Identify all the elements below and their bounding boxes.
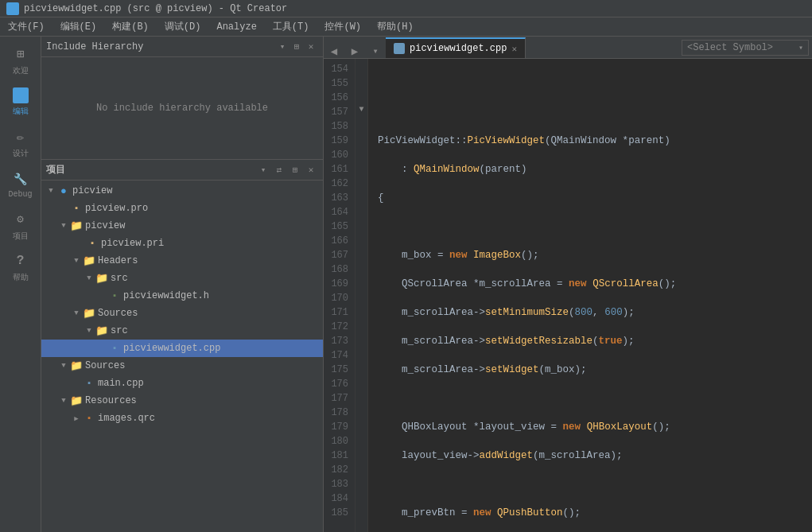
list-item[interactable]: ▼ 📁 Sources xyxy=(41,305,323,322)
menu-item-b[interactable]: 构建(B) xyxy=(104,17,157,36)
project-panel-title: 项目 xyxy=(46,163,256,177)
line-number: 182 xyxy=(324,463,348,477)
fold-marker xyxy=(355,488,367,503)
sidebar-item-label: 帮助 xyxy=(13,272,29,283)
line-number: 159 xyxy=(324,134,348,148)
project-add-btn[interactable]: ⊞ xyxy=(288,163,302,177)
list-item[interactable]: ▪ main.cpp xyxy=(41,375,323,392)
line-number: 183 xyxy=(324,477,348,491)
list-item[interactable]: ▼ 📁 src xyxy=(41,270,323,287)
code-line: m_scrollArea->setWidgetResizable(true); xyxy=(378,334,812,348)
tab-list-btn[interactable]: ▾ xyxy=(368,44,383,58)
code-editor[interactable]: PicViewWidget::PicViewWidget(QMainWindow… xyxy=(368,59,812,532)
sidebar-item-label: 编辑 xyxy=(13,106,29,117)
list-item[interactable]: ▼ 📁 Resources xyxy=(41,392,323,410)
sidebar-item-help[interactable]: ? 帮助 xyxy=(2,247,39,288)
list-item[interactable]: ▪ picview.pro xyxy=(41,200,323,217)
line-numbers: 154 155 156 157 158 159 160 161 162 163 … xyxy=(324,59,355,532)
folder-icon: 📁 xyxy=(95,272,108,285)
h-icon: ▪ xyxy=(108,289,121,302)
list-item[interactable]: ▪ picviewwidget.h xyxy=(41,287,323,305)
code-line: m_scrollArea->setMinimumSize(800, 600); xyxy=(378,305,812,320)
folder-icon: 📁 xyxy=(83,307,95,320)
project-close-btn[interactable]: ✕ xyxy=(304,163,318,177)
tree-expand-icon: ▶ xyxy=(70,414,83,423)
menu-item-f[interactable]: 文件(F) xyxy=(0,17,52,36)
welcome-icon: ⊞ xyxy=(12,45,29,63)
line-number: 162 xyxy=(324,177,348,191)
project-filter-btn[interactable]: ▾ xyxy=(256,163,270,177)
sidebar-item-label: 欢迎 xyxy=(13,65,29,76)
pro-icon: ▪ xyxy=(70,202,83,215)
code-line: : QMainWindow(parent) xyxy=(378,162,812,177)
sidebar-item-welcome[interactable]: ⊞ 欢迎 xyxy=(2,40,39,81)
sidebar-item-label: 项目 xyxy=(13,231,29,242)
line-number: 178 xyxy=(324,406,348,420)
folder-icon: 📁 xyxy=(70,394,83,407)
tab-back-btn[interactable]: ◀ xyxy=(327,44,341,58)
editor-area: ◀ ▶ ▾ picviewwidget.cpp ✕ <Select Symbol… xyxy=(324,37,812,532)
line-number: 170 xyxy=(324,291,348,305)
code-line: m_box = new ImageBox(); xyxy=(378,248,812,262)
tab-filename: picviewwidget.cpp xyxy=(410,43,507,54)
menu-item-e[interactable]: 编辑(E) xyxy=(52,17,105,36)
list-item[interactable]: ▼ 📁 Headers xyxy=(41,252,323,270)
fold-marker xyxy=(355,445,367,460)
list-item[interactable]: ▶ ▪ images.qrc xyxy=(41,410,323,427)
list-item[interactable]: ▼ 📁 picview xyxy=(41,217,323,235)
line-number: 174 xyxy=(324,348,348,363)
tree-item-label: picview.pro xyxy=(85,203,148,214)
symbol-select[interactable]: <Select Symbol> ▾ xyxy=(682,40,809,56)
tree-item-label: picviewwidget.h xyxy=(123,290,209,301)
line-number: 169 xyxy=(324,277,348,291)
include-hierarchy-panel: Include Hierarchy ▾ ⊞ ✕ No include hiera… xyxy=(41,37,323,160)
include-hierarchy-split-btn[interactable]: ⊞ xyxy=(289,40,304,54)
fold-marker[interactable]: ▼ xyxy=(355,102,367,116)
menu-item-d[interactable]: 调试(D) xyxy=(157,17,209,36)
tree-expand-icon: ▼ xyxy=(45,187,57,195)
line-number: 168 xyxy=(324,262,348,277)
tree-item-label: Headers xyxy=(98,255,138,266)
tree-item-label: Sources xyxy=(98,308,138,319)
list-item[interactable]: ▪ picviewwidget.cpp xyxy=(41,340,323,357)
tree-item-label: src xyxy=(111,325,128,336)
project-sync-btn[interactable]: ⇄ xyxy=(272,163,286,177)
folder-icon: 📁 xyxy=(70,219,83,232)
menu-item-w[interactable]: 控件(W) xyxy=(317,17,369,36)
fold-marker xyxy=(355,188,367,202)
fold-marker xyxy=(355,245,367,259)
menu-item-analyze[interactable]: Analyze xyxy=(208,17,264,36)
list-item[interactable]: ▼ ● picview xyxy=(41,182,323,200)
tab-forward-btn[interactable]: ▶ xyxy=(348,44,362,58)
sidebar: ⊞ 欢迎 编辑 ✏ 设计 🔧 Debug ⚙ 项目 ? 帮助 xyxy=(0,37,41,532)
pri-icon: ▪ xyxy=(86,237,99,250)
title-bar: picviewwidget.cpp (src @ picview) - Qt C… xyxy=(0,0,812,17)
list-item[interactable]: ▼ 📁 Sources xyxy=(41,357,323,375)
sidebar-item-project[interactable]: ⚙ 项目 xyxy=(2,205,39,247)
sidebar-item-design[interactable]: ✏ 设计 xyxy=(2,122,39,164)
fold-marker xyxy=(355,173,367,188)
project-panel-header: 项目 ▾ ⇄ ⊞ ✕ xyxy=(41,160,323,181)
include-hierarchy-close-btn[interactable]: ✕ xyxy=(304,40,318,54)
list-item[interactable]: ▼ 📁 src xyxy=(41,322,323,340)
line-number: 166 xyxy=(324,234,348,248)
list-item[interactable]: ▪ picview.pri xyxy=(41,235,323,252)
tree-item-label: src xyxy=(111,273,128,284)
include-hierarchy-settings-btn[interactable]: ▾ xyxy=(275,40,289,54)
project-toolbar: ▾ ⇄ ⊞ ✕ xyxy=(256,163,318,177)
fold-marker xyxy=(355,359,367,374)
fold-marker xyxy=(355,59,367,73)
code-content[interactable]: 154 155 156 157 158 159 160 161 162 163 … xyxy=(324,59,812,532)
sidebar-item-edit[interactable]: 编辑 xyxy=(2,81,39,122)
menu-item-h[interactable]: 帮助(H) xyxy=(369,17,422,36)
tab-close-btn[interactable]: ✕ xyxy=(511,44,517,54)
sidebar-item-debug[interactable]: 🔧 Debug xyxy=(2,164,39,205)
fold-marker xyxy=(355,460,367,474)
tree-item-label: Resources xyxy=(85,395,137,406)
menu-item-t[interactable]: 工具(T) xyxy=(265,17,317,36)
fold-marker xyxy=(355,145,367,159)
tab-picviewwidget-cpp[interactable]: picviewwidget.cpp ✕ xyxy=(386,37,526,58)
line-number: 156 xyxy=(324,91,348,105)
code-line: m_scrollArea->setWidget(m_box); xyxy=(378,363,812,377)
fold-marker xyxy=(355,130,367,145)
